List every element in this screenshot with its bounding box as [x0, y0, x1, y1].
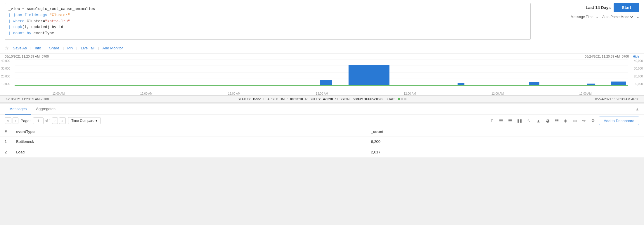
col-header-count: _count	[366, 127, 644, 136]
cell-count: 6,200	[366, 136, 644, 147]
chart-svg	[15, 59, 628, 86]
chart-canvas	[15, 59, 628, 86]
chart-timestamps: 05/10/2021 11:20:39 AM -0700 05/24/2021 …	[0, 53, 644, 58]
load-dot-gray-1	[401, 98, 403, 100]
modify-button[interactable]: ⇔	[581, 117, 587, 124]
page-label: Page:	[21, 119, 31, 123]
info-link[interactable]: Info	[33, 45, 43, 51]
share-link[interactable]: Share	[47, 45, 61, 51]
pagination: « ‹ Page: of 1 › »	[5, 117, 66, 124]
results-label: RESULTS:	[305, 97, 321, 101]
page-first-button[interactable]: «	[5, 117, 11, 124]
green-progress-bar	[15, 85, 628, 86]
chart-area: 40,000 30,000 20,000 10,000	[0, 59, 644, 91]
area-chart-button[interactable]: ▲	[535, 117, 542, 124]
star-icon[interactable]: ☆	[5, 45, 9, 51]
tab-messages[interactable]: Messages	[5, 104, 31, 115]
page-last-button[interactable]: »	[59, 117, 66, 124]
main-container: _view = sumologic_root_cause_anomalies |…	[0, 0, 644, 158]
load-label: LOAD:	[386, 97, 395, 101]
table-row[interactable]: 2 Load 2,017	[0, 147, 644, 157]
combo-chart-button[interactable]: ☷	[553, 117, 560, 124]
load-dots	[398, 98, 406, 100]
table-header-row: # eventType _count	[0, 127, 644, 136]
save-as-link[interactable]: Save As	[11, 45, 29, 51]
query-section: _view = sumologic_root_cause_anomalies |…	[0, 0, 644, 43]
status-center: STATUS: Done ELAPSED TIME: 00:00:10 RESU…	[238, 97, 406, 101]
status-value: Done	[253, 97, 261, 101]
col-header-event-type: eventType	[11, 127, 366, 136]
chart-y-labels-right: 40,000 30,000 20,000 10,000	[628, 59, 644, 86]
pin-link[interactable]: Pin	[65, 45, 75, 51]
col-header-num: #	[0, 127, 11, 136]
map-button[interactable]: ◈	[562, 117, 569, 124]
chart-end-time-row: 05/24/2021 11:20:39 AM -0700 Hide	[585, 55, 639, 58]
add-monitor-link[interactable]: Add Monitor	[101, 45, 125, 51]
chart-section: 05/10/2021 11:20:39 AM -0700 05/24/2021 …	[0, 53, 644, 96]
load-dot-gray-2	[404, 98, 406, 100]
cell-event-type: Bottleneck	[11, 136, 366, 147]
status-bar: 05/10/2021 11:20:39 AM -0700 STATUS: Don…	[0, 96, 644, 103]
svg-rect-6	[349, 65, 389, 86]
chart-y-labels-left: 40,000 30,000 20,000 10,000	[0, 59, 15, 86]
results-section: Messages Aggregates ▲ « ‹ Page: of 1 › »…	[0, 104, 644, 158]
cell-count: 2,017	[366, 147, 644, 157]
results-value: 47,098	[323, 97, 333, 101]
results-toolbar: « ‹ Page: of 1 › » Time Compare ▾ ⇧ ☷ ☰ …	[0, 115, 644, 127]
cell-num: 2	[0, 147, 11, 157]
export-button[interactable]: ⇧	[489, 117, 495, 124]
status-right-time: 05/24/2021 11:20:39 AM -0700	[595, 97, 639, 101]
parse-row: Message Time ⌄ Auto Parse Mode ⌄	[571, 15, 639, 19]
text-button[interactable]: ▭	[571, 117, 578, 124]
results-tabs: Messages Aggregates ▲	[0, 104, 644, 115]
page-prev-button[interactable]: ‹	[13, 117, 18, 124]
elapsed-value: 00:00:10	[290, 97, 303, 101]
tab-aggregates[interactable]: Aggregates	[31, 104, 60, 115]
parse-mode-select[interactable]: Auto Parse Mode	[601, 15, 634, 19]
table-row[interactable]: 1 Bottleneck 6,200	[0, 136, 644, 147]
page-input[interactable]	[33, 117, 44, 124]
chart-start-time: 05/10/2021 11:20:39 AM -0700	[5, 55, 49, 58]
settings-button[interactable]: ⚙	[590, 117, 596, 124]
time-range-label: Last 14 Days	[586, 5, 611, 10]
results-table: # eventType _count 1 Bottleneck 6,200 2 …	[0, 127, 644, 158]
time-compare-button[interactable]: Time Compare ▾	[68, 117, 101, 124]
live-tail-link[interactable]: Live Tail	[79, 45, 96, 51]
query-line-3: | where Cluster="katta-lru"	[8, 18, 527, 25]
chart-end-time: 05/24/2021 11:20:39 AM -0700	[585, 55, 629, 58]
session-value: 588F21DFFF521BF5	[353, 97, 383, 101]
page-next-button[interactable]: ›	[52, 117, 58, 124]
column-view-button[interactable]: ☰	[507, 117, 513, 124]
elapsed-label: ELAPSED TIME:	[264, 97, 288, 101]
add-to-dashboard-button[interactable]: Add to Dashboard	[599, 117, 639, 125]
table-view-button[interactable]: ☷	[498, 117, 504, 124]
query-line-2: | json field=tags "Cluster"	[8, 12, 527, 18]
pie-chart-button[interactable]: ◕	[544, 117, 551, 124]
query-toolbar: ☆ Save As | Info | Share | Pin | Live Ta…	[0, 43, 644, 53]
query-right-panel: Last 14 Days Start Message Time ⌄ Auto P…	[534, 3, 639, 19]
hide-chart-link[interactable]: Hide	[633, 55, 639, 58]
time-range-row: Last 14 Days Start	[586, 3, 639, 12]
chart-x-labels: 12:00 AM 12:00 AM 12:00 AM 12:00 AM 12:0…	[0, 91, 644, 95]
status-left-time: 05/10/2021 11:20:39 AM -0700	[5, 97, 49, 101]
load-dot-green	[398, 98, 400, 100]
session-label: SESSION:	[335, 97, 350, 101]
status-label: STATUS:	[238, 97, 251, 101]
cell-num: 1	[0, 136, 11, 147]
bar-chart-button[interactable]: ▮▮	[516, 117, 523, 124]
collapse-button[interactable]: ▲	[635, 107, 639, 111]
query-line-5: | count by eventType	[8, 30, 527, 37]
query-line-1: _view = sumologic_root_cause_anomalies	[8, 6, 527, 12]
page-of: of 1	[45, 119, 51, 123]
query-line-4: | topk(1, updated) by id	[8, 24, 527, 30]
message-time-label: Message Time	[571, 15, 593, 19]
time-compare-chevron-icon: ▾	[96, 119, 97, 123]
tabs-left: Messages Aggregates	[5, 104, 60, 115]
line-chart-button[interactable]: ∿	[526, 117, 532, 124]
query-editor[interactable]: _view = sumologic_root_cause_anomalies |…	[5, 3, 531, 40]
parse-mode-chevron-icon: ⌄	[636, 15, 639, 19]
cell-event-type: Load	[11, 147, 366, 157]
start-button[interactable]: Start	[614, 3, 639, 12]
message-time-chevron-icon: ⌄	[596, 15, 599, 19]
